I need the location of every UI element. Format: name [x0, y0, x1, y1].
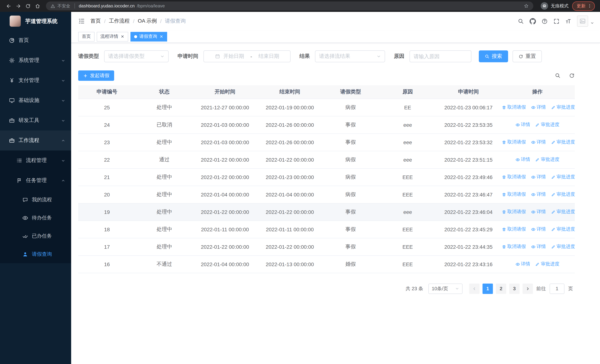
cell-status: 处理中	[136, 238, 193, 255]
cancel-leave-link[interactable]: 取消请假	[502, 191, 526, 198]
cancel-leave-link[interactable]: 取消请假	[502, 226, 526, 233]
eye-icon	[531, 175, 535, 179]
cell-status: 处理中	[136, 133, 193, 151]
next-page-button[interactable]	[523, 283, 533, 294]
cell-start: 2022-01-03 00:00:00	[193, 116, 257, 133]
approval-progress-link[interactable]: 审批进度	[535, 261, 559, 267]
cancel-leave-link[interactable]: 取消请假	[502, 104, 526, 111]
page-button-2[interactable]: 2	[496, 283, 506, 294]
apply-time-range-picker[interactable]: 开始日期 - 结束日期	[204, 50, 291, 62]
approval-progress-link[interactable]: 审批进度	[535, 122, 559, 128]
detail-link[interactable]: 详情	[531, 191, 546, 198]
sidebar-item-payment-mgmt[interactable]: 支付管理	[0, 70, 71, 90]
eye-icon	[531, 210, 535, 214]
approval-progress-link[interactable]: 审批进度	[551, 139, 575, 146]
breadcrumb-item-oa-example[interactable]: OA 示例	[138, 18, 157, 24]
fullscreen-icon[interactable]	[553, 18, 560, 24]
search-icon[interactable]	[518, 18, 524, 24]
logo[interactable]: 芋道管理系统	[0, 12, 71, 30]
sidebar-item-process-mgmt[interactable]: 流程管理	[0, 150, 71, 170]
page-button-1[interactable]: 1	[483, 283, 493, 294]
detail-link[interactable]: 详情	[515, 122, 530, 128]
detail-link[interactable]: 详情	[531, 209, 546, 215]
sidebar-item-todo-tasks[interactable]: 待办任务	[0, 209, 71, 227]
reason-input[interactable]	[410, 50, 471, 62]
cell-applied: 2022-01-22 23:45:29	[437, 221, 500, 238]
cell-applied: 2022-01-23 00:06:17	[437, 99, 500, 116]
cancel-leave-link[interactable]: 取消请假	[502, 174, 526, 180]
sidebar-item-done-tasks[interactable]: 已办任务	[0, 227, 71, 245]
result-select[interactable]: 请选择流结果	[315, 50, 385, 62]
refresh-table-icon[interactable]	[569, 73, 575, 79]
tab-home[interactable]: 首页	[78, 32, 94, 41]
url-bar[interactable]: 不安全 dashboard.yudao.iocoder.cn /bpm/oa/l…	[46, 1, 533, 10]
sidebar-item-system-mgmt[interactable]: 系统管理	[0, 50, 71, 70]
reset-button[interactable]: 重置	[513, 50, 542, 62]
detail-link[interactable]: 详情	[515, 157, 530, 163]
active-tab-dot	[134, 35, 137, 38]
browser-menu-icon[interactable]	[587, 4, 592, 8]
reload-button[interactable]	[23, 1, 33, 11]
sidebar-item-task-mgmt[interactable]: 任务管理	[0, 170, 71, 191]
prev-page-button[interactable]	[469, 283, 479, 294]
tab-process-detail[interactable]: 流程详情	[97, 32, 128, 41]
cancel-leave-link[interactable]: 取消请假	[502, 209, 526, 215]
github-icon[interactable]	[530, 18, 536, 24]
leave-type-select[interactable]: 请选择请假类型	[104, 50, 169, 62]
update-button[interactable]: 更新	[572, 1, 595, 10]
breadcrumb-separator: /	[160, 18, 162, 24]
approval-progress-link[interactable]: 审批进度	[551, 191, 575, 198]
cell-status: 已取消	[136, 116, 193, 133]
back-button[interactable]	[4, 1, 13, 11]
font-size-icon[interactable]	[565, 18, 572, 24]
bookmark-star-icon[interactable]	[524, 3, 529, 9]
approval-progress-link[interactable]: 审批进度	[551, 209, 575, 215]
cancel-leave-link[interactable]: 取消请假	[502, 139, 526, 146]
home-button[interactable]	[33, 1, 42, 11]
sidebar-item-home[interactable]: 首页	[0, 30, 71, 50]
approval-progress-link[interactable]: 审批进度	[551, 226, 575, 233]
approval-progress-link[interactable]: 审批进度	[551, 244, 575, 250]
cell-reason: eee	[378, 133, 437, 151]
cancel-leave-label: 取消请假	[507, 209, 526, 215]
cell-reason: EEE	[378, 168, 437, 186]
sidebar-item-infrastructure[interactable]: 基础设施	[0, 90, 71, 111]
toggle-search-icon[interactable]	[555, 73, 561, 79]
sidebar-item-leave-query[interactable]: 请假查询	[0, 245, 71, 263]
sidebar-item-workflow[interactable]: 工作流程	[0, 131, 71, 150]
collapse-sidebar-icon[interactable]	[78, 18, 85, 24]
approval-progress-link[interactable]: 审批进度	[551, 104, 575, 111]
eye-icon	[515, 158, 520, 162]
help-icon[interactable]	[542, 18, 548, 24]
approval-progress-link[interactable]: 审批进度	[535, 157, 559, 163]
detail-link[interactable]: 详情	[531, 244, 546, 250]
create-leave-button[interactable]: 发起请假	[78, 70, 114, 81]
detail-link[interactable]: 详情	[531, 139, 546, 146]
cancel-leave-link[interactable]: 取消请假	[502, 244, 526, 250]
avatar[interactable]	[577, 16, 588, 27]
briefcase-icon	[9, 138, 15, 143]
navbar-actions	[518, 16, 594, 27]
forward-button[interactable]	[13, 1, 23, 11]
goto-label: 前往	[536, 285, 546, 292]
page-button-3[interactable]: 3	[509, 283, 520, 294]
breadcrumb-item-home[interactable]: 首页	[90, 18, 101, 24]
avatar-caret-icon[interactable]	[590, 21, 594, 25]
page-size-select[interactable]: 10条/页	[428, 283, 462, 294]
breadcrumb-item-workflow[interactable]: 工作流程	[109, 18, 130, 24]
cell-id: 16	[78, 255, 136, 273]
cell-type: 病假	[323, 186, 378, 203]
detail-link[interactable]: 详情	[531, 104, 546, 111]
detail-link[interactable]: 详情	[531, 174, 546, 180]
sidebar-item-dev-tools[interactable]: 研发工具	[0, 111, 71, 131]
close-icon[interactable]	[121, 35, 124, 38]
close-icon[interactable]	[159, 35, 163, 38]
goto-page-input[interactable]	[550, 283, 564, 294]
detail-link[interactable]: 详情	[515, 261, 530, 267]
sidebar-item-label: 支付管理	[19, 77, 39, 84]
approval-progress-link[interactable]: 审批进度	[551, 174, 575, 180]
search-button[interactable]: 搜索	[479, 50, 508, 62]
tab-leave-query[interactable]: 请假查询	[131, 32, 167, 41]
sidebar-item-my-process[interactable]: 我的流程	[0, 191, 71, 209]
detail-link[interactable]: 详情	[531, 226, 546, 233]
